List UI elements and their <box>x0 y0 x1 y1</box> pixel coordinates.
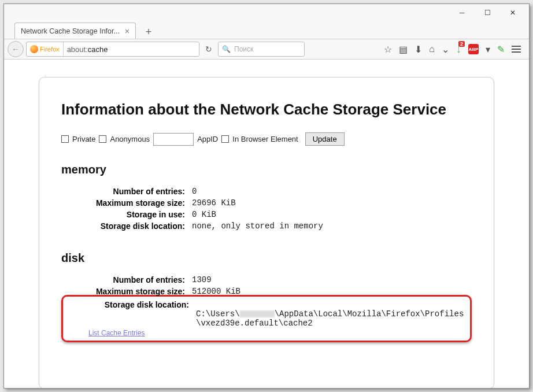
pocket-icon[interactable]: ⌄ <box>442 44 449 55</box>
browser-window: ─ ☐ ✕ Network Cache Storage Infor... × +… <box>3 3 530 389</box>
memory-table: Number of entries: 0 Maximum storage siz… <box>76 187 472 231</box>
memory-maxsize-label: Maximum storage size: <box>76 198 192 208</box>
memory-inuse-value: 0 KiB <box>192 210 472 219</box>
memory-entries-label: Number of entries: <box>76 187 192 196</box>
bookmark-star-icon[interactable]: ☆ <box>384 44 392 55</box>
label-private: Private <box>72 135 95 143</box>
content-area: Information about the Network Cache Stor… <box>4 60 529 388</box>
filter-row: Private Anonymous AppID In Browser Eleme… <box>61 132 472 146</box>
memory-inuse-label: Storage in use: <box>76 210 192 219</box>
checkbox-private[interactable] <box>61 135 69 143</box>
download-addon-icon[interactable]: ↓ 2 <box>456 43 461 56</box>
firefox-icon <box>30 45 38 53</box>
disk-location-value: C:\Users\\AppData\Local\Mozilla\Firefox\… <box>196 300 468 328</box>
tab-active[interactable]: Network Cache Storage Infor... × <box>14 23 136 39</box>
tab-title: Network Cache Storage Infor... <box>21 27 120 35</box>
close-button[interactable]: ✕ <box>500 5 525 21</box>
download-badge: 2 <box>458 41 465 47</box>
identity-label: Firefox <box>40 46 60 53</box>
tab-close-icon[interactable]: × <box>125 27 129 36</box>
memory-location-label: Storage disk location: <box>76 221 192 231</box>
new-tab-button[interactable]: + <box>140 25 157 39</box>
nav-toolbar: ← Firefox about:cache ↻ 🔍 Поиск ☆ ▤ ⬇ ⌂ … <box>4 39 529 60</box>
maximize-button[interactable]: ☐ <box>475 5 500 21</box>
toolbar-icons: ☆ ▤ ⬇ ⌂ ⌄ ↓ 2 ABP ▾ ✎ <box>384 43 525 56</box>
search-icon: 🔍 <box>222 45 231 53</box>
home-icon[interactable]: ⌂ <box>429 44 435 54</box>
reload-button[interactable]: ↻ <box>202 45 216 54</box>
page-card: Information about the Network Cache Stor… <box>39 77 494 388</box>
update-button[interactable]: Update <box>305 132 345 146</box>
disk-maxsize-label: Maximum storage size: <box>76 287 192 296</box>
disk-entries-value: 1309 <box>192 275 472 284</box>
highlighted-location: Storage disk location: C:\Users\\AppData… <box>61 295 472 342</box>
menu-button[interactable] <box>512 46 521 53</box>
label-appid: AppID <box>197 135 218 143</box>
disk-table: Number of entries: 1309 Maximum storage … <box>76 275 472 296</box>
page-title: Information about the Network Cache Stor… <box>61 101 472 119</box>
tab-strip: Network Cache Storage Infor... × + <box>4 21 529 39</box>
search-placeholder: Поиск <box>234 45 253 53</box>
label-inbrowser: In Browser Element <box>232 135 298 143</box>
disk-entries-label: Number of entries: <box>76 275 192 284</box>
disk-location-label: Storage disk location: <box>80 300 196 328</box>
memory-entries-value: 0 <box>192 187 472 196</box>
downloads-icon[interactable]: ⬇ <box>414 44 422 55</box>
label-anonymous: Anonymous <box>110 135 150 143</box>
appid-input[interactable] <box>153 133 194 146</box>
checkbox-inbrowser[interactable] <box>221 135 229 143</box>
memory-maxsize-value: 29696 KiB <box>192 198 472 208</box>
abp-icon[interactable]: ABP <box>468 44 479 54</box>
url-bar[interactable]: Firefox about:cache <box>26 42 199 57</box>
minimize-button[interactable]: ─ <box>449 5 475 21</box>
checkbox-anonymous[interactable] <box>99 135 106 143</box>
censored-username <box>240 310 275 317</box>
disk-heading: disk <box>61 252 472 265</box>
url-text: about:cache <box>67 45 108 54</box>
search-bar[interactable]: 🔍 Поиск <box>218 42 305 57</box>
evernote-icon[interactable]: ✎ <box>497 44 505 55</box>
back-button[interactable]: ← <box>8 41 24 57</box>
reading-list-icon[interactable]: ▤ <box>399 44 408 55</box>
disk-maxsize-value: 512000 KiB <box>192 287 472 296</box>
titlebar: ─ ☐ ✕ <box>4 4 529 21</box>
list-entries-link[interactable]: List Cache Entries <box>88 329 468 337</box>
memory-location-value: none, only stored in memory <box>192 221 472 231</box>
dropdown-icon[interactable]: ▾ <box>486 44 490 55</box>
identity-badge: Firefox <box>30 42 64 56</box>
memory-heading: memory <box>61 163 472 176</box>
